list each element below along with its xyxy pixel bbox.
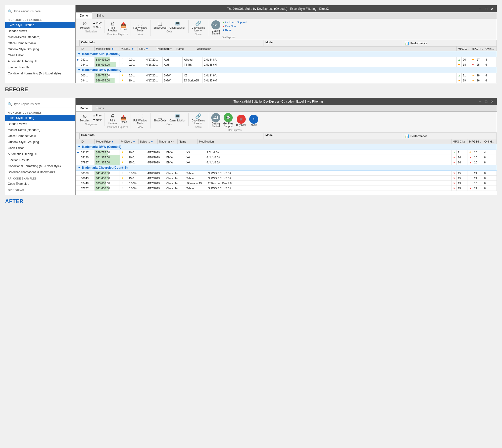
after-col-price[interactable]: Model Price ▼ [95,139,120,144]
after-sidebar-item-excel[interactable]: Excel Style Filtering [5,115,75,121]
before-fullwindow-btn[interactable]: ⛶ Full-WindowMode [132,20,148,32]
after-col-mod[interactable]: Modification [198,139,451,144]
before-tab-demo[interactable]: Demo [76,12,92,19]
after-col-disc[interactable]: % Disc... ▼ [120,139,139,144]
after-sidebar-item-banded[interactable]: Banded Views [5,121,75,127]
after-filter-icon-sale: ▼ [151,140,153,143]
before-col-sale[interactable]: Sal... ▼ [137,47,155,51]
before-col-mpgh[interactable]: MPG H... [470,47,484,51]
after-col-trademark[interactable]: Trademark ≡ [158,139,178,144]
before-opensolution-btn[interactable]: 💻 Open Solution [169,20,186,30]
after-toolbar-devexpress: 123 GettingStarted 💬 Get FreeSupport 🛒 B… [208,113,261,131]
sidebar-item-banded-views[interactable]: Banded Views [5,28,75,34]
after-opensolution-btn[interactable]: 💻 Open Solution [169,113,186,122]
before-col-name[interactable]: Name [175,47,195,51]
after-fullwindow-btn[interactable]: ⛶ Full-WindowMode [132,113,148,125]
before-col-price[interactable]: Model Price ▼ [95,47,120,51]
after-sidebar-item-cond-fmt[interactable]: Conditional Formatting (MS Excel style) [5,163,75,169]
after-chev-row-4[interactable]: 07277 $41,400.00 ☆ 0.00% 4/17/2019 Chevr… [76,186,497,191]
after-group-bmw[interactable]: ▼ Trademark: BMW (Count=3) [76,144,497,150]
sidebar-item-auto-filter[interactable]: Automatic Filtering UI [5,58,75,64]
before-group-audi[interactable]: ▼ Trademark: Audi (Count=2) [76,51,497,57]
after-col-sale[interactable]: Sales ... ▼ [139,139,158,144]
before-tab-skins[interactable]: Skins [92,12,108,19]
before-next-btn[interactable]: ▼ Next [92,25,103,29]
before-close-btn[interactable]: ✕ [490,7,494,11]
after-prev-btn[interactable]: ▲ Prev [92,113,103,117]
before-search-input[interactable] [14,10,73,13]
after-col-name[interactable]: Name [178,139,198,144]
after-col-id[interactable]: ID [80,139,95,144]
before-about-btn[interactable]: ℹ About [222,28,247,32]
after-tab-demo[interactable]: Demo [76,105,92,111]
before-minimize-btn[interactable]: ─ [478,7,482,11]
after-chev-row-3[interactable]: 02448 $33,650.00 ☆ 0.00% 4/17/2019 Chevr… [76,181,497,186]
sidebar-item-conditional-fmt[interactable]: Conditional Formatting (MS Excel style) [5,70,75,76]
before-getting-started-btn[interactable]: 123 GettingStarted [210,20,221,35]
after-col-mpgc[interactable]: MPG City [451,139,468,144]
after-col-mpgh[interactable]: MPG Hi... [468,139,483,144]
before-row-2[interactable]: 084... $58,095.00 ☆ 0.0... 4/18/20... Au… [76,62,497,67]
after-bmw-row-2[interactable]: 05120 $71,325.00 ★ 10.0... 4/18/2019 BMW… [76,155,497,160]
after-maximize-btn[interactable]: □ [484,100,488,104]
before-col-mpgc[interactable]: MPG C... [457,47,470,51]
after-band-performance: 📊 Performance [403,133,497,139]
after-sidebar-item-scrollbar[interactable]: Scrollbar Annotations & Bookmarks [5,169,75,175]
after-buy-now-btn[interactable]: 🛒 Buy Now [235,114,247,127]
after-chev-cell-r2-mpgh: 21 [473,176,483,181]
before-bmw-row-2[interactable]: 094... $56,075.00 ★ 10.... 4/17/20... BM… [76,78,497,83]
after-bmw-row-1[interactable]: ▶ 03197 $39,775.00 ★ 10.0... 4/17/2019 B… [76,150,497,155]
after-minimize-btn[interactable]: ─ [478,100,482,104]
before-maximize-btn[interactable]: □ [484,7,488,11]
before-row-1[interactable]: ▶ 031... $40,495.00 ☆ 0.0... 4/17/20... … [76,57,497,62]
before-col-mod[interactable]: Modification [195,47,457,51]
after-sidebar-item-auto[interactable]: Automatic Filtering UI [5,151,75,157]
before-print-btn[interactable]: 🖨 PrintPreview [107,20,118,32]
before-prev-btn[interactable]: ▲ Prev [92,21,103,25]
after-chev-row-1[interactable]: 00188 $41,400.00 ☆ 0.00% 4/18/2019 Chevr… [76,171,497,176]
before-search-bar[interactable]: 🔍 [5,8,75,15]
after-group-chevrolet[interactable]: ▼ Trademark: Chevrolet (Count=5) [76,165,497,171]
after-chev-row-2[interactable]: 00643 $41,400.00 ★ 15.0... 4/17/2019 Che… [76,176,497,181]
before-group-bmw[interactable]: ▼ Trademark: BMW (Count=2) [76,67,497,73]
sidebar-item-chart-editor[interactable]: Chart Editor [5,52,75,58]
after-search-input[interactable] [14,102,73,106]
after-sidebar-item-outlook[interactable]: Outlook Style Grouping [5,139,75,145]
after-export-btn[interactable]: 📤 Export [119,114,128,124]
after-showcode-btn[interactable]: ⬚ Show Code [153,113,168,122]
before-buy-now-btn[interactable]: ● Buy Now [222,24,247,28]
after-col-cyl[interactable]: Cylind... [483,139,497,144]
sidebar-item-office-compact[interactable]: Office Compact View [5,40,75,46]
before-sidebar: 🔍 HIGHLIGHTED FEATURES Excel Style Filte… [5,5,75,83]
after-copylink-btn[interactable]: 🔗 Copy DemoLink ▼ [191,113,206,125]
before-bmw-row-1[interactable]: 003... $39,775.00 ★ 5.0... 4/17/20... BM… [76,73,497,78]
after-sidebar-item-master[interactable]: Master-Detail (standard) [5,127,75,133]
sidebar-item-election[interactable]: Election Results [5,64,75,70]
after-print-btn[interactable]: 🖨 PrintPreview [107,113,118,125]
after-bmw-row-3[interactable]: 07987 $71,325.00 ★ 15.0... 4/18/2019 BMW… [76,160,497,165]
after-close-btn[interactable]: ✕ [490,100,494,104]
before-col-id[interactable]: ID [80,47,95,51]
after-about-btn[interactable]: ℹ About [248,114,259,127]
after-search-bar[interactable]: 🔍 [5,101,75,108]
after-get-free-support-btn[interactable]: 💬 Get FreeSupport [222,113,234,128]
before-col-cyl[interactable]: Cylin... [484,47,497,51]
after-sidebar-item-election[interactable]: Election Results [5,157,75,163]
before-get-free-support-btn[interactable]: ● Get Free Support [222,20,247,24]
after-next-btn[interactable]: ▼ Next [92,118,103,122]
sidebar-item-outlook-grouping[interactable]: Outlook Style Grouping [5,46,75,52]
after-sidebar-item-chart[interactable]: Chart Editor [5,145,75,151]
after-sidebar-item-code-examples[interactable]: Code Examples [5,181,75,187]
before-showcode-btn[interactable]: ⬚ Show Code [153,20,168,30]
before-col-trademark[interactable]: Trademark ≡ [155,47,175,51]
sidebar-item-master-detail[interactable]: Master-Detail (standard) [5,34,75,40]
after-modules-btn[interactable]: ⊙ Modules [79,113,91,122]
after-tab-skins[interactable]: Skins [92,105,108,111]
sidebar-item-excel-filtering[interactable]: Excel Style Filtering [5,22,75,28]
before-col-disc[interactable]: % Dis... ▼ [120,47,137,51]
before-modules-btn[interactable]: ⊙ Modules [79,20,91,30]
after-getting-started-btn[interactable]: 123 GettingStarted [210,113,221,128]
after-sidebar-item-office[interactable]: Office Compact View [5,133,75,139]
before-copylink-btn[interactable]: 🔗 Copy DemoLink ▼ [191,20,206,32]
before-export-btn[interactable]: 📤 Export [119,21,128,31]
